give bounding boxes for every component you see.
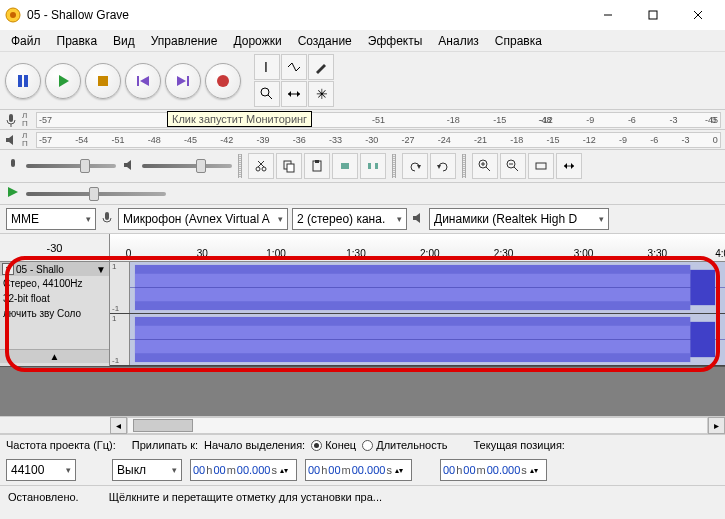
zoom-out-button[interactable] [500,153,526,179]
status-bar: Остановлено. Щёлкните и перетащите отмет… [0,485,725,507]
selection-end-time[interactable]: 00h00m00.000s▴▾ [305,459,412,481]
copy-button[interactable] [276,153,302,179]
svg-marker-11 [140,76,149,86]
selection-length-radio[interactable]: Длительность [362,439,447,451]
svg-marker-26 [124,160,131,170]
svg-rect-7 [24,75,28,87]
close-button[interactable] [675,0,720,30]
timeshift-tool[interactable] [281,81,307,107]
draw-tool[interactable] [308,54,334,80]
playback-meter-scale[interactable]: -57-54-51-48-45-42-39-36-33-30-27-24-21-… [36,132,721,148]
menu-file[interactable]: Файл [5,32,47,50]
svg-rect-63 [690,322,715,357]
speaker-icon [122,158,136,175]
skip-end-button[interactable] [165,63,201,99]
playback-volume-slider[interactable] [142,164,232,168]
multi-tool[interactable]: ✳ [308,81,334,107]
menu-view[interactable]: Вид [107,32,141,50]
svg-text:I: I [264,60,268,74]
horizontal-scrollbar[interactable]: ◂ ▸ [0,416,725,434]
fit-selection-button[interactable] [528,153,554,179]
svg-marker-24 [6,135,13,145]
svg-point-14 [217,75,229,87]
svg-line-17 [268,95,272,99]
audio-position-time[interactable]: 00h00m00.000s▴▾ [440,459,547,481]
svg-text:✳: ✳ [316,87,328,101]
zoom-in-button[interactable] [472,153,498,179]
menu-edit[interactable]: Правка [51,32,104,50]
play-at-speed-button[interactable] [6,185,20,202]
svg-point-27 [256,167,260,171]
selection-tool[interactable]: I [254,54,280,80]
menu-tracks[interactable]: Дорожки [228,32,288,50]
audio-position-label: Текущая позиция: [473,439,564,451]
scroll-right-button[interactable]: ▸ [708,417,725,434]
track-close-button[interactable]: × [2,263,14,275]
svg-rect-9 [98,76,108,86]
skip-start-button[interactable] [125,63,161,99]
track-collapse-button[interactable]: ▲ [0,349,109,363]
timeline-mark: 2:00 [420,248,439,259]
menu-generate[interactable]: Создание [292,32,358,50]
audio-host-combo[interactable]: MME▾ [6,208,96,230]
track-menu-button[interactable]: ▼ [95,264,107,275]
svg-marker-39 [437,165,441,169]
undo-button[interactable] [402,153,428,179]
meter-tooltip: Клик запустит Мониторинг [167,111,312,127]
play-button[interactable] [45,63,81,99]
waveform-display[interactable]: 1-1 1-1 [110,262,725,366]
recording-volume-slider[interactable] [26,164,116,168]
snap-to-combo[interactable]: Выкл▾ [112,459,182,481]
meter-right-label: П [22,120,36,128]
project-rate-label: Частота проекта (Гц): [6,439,116,451]
recording-device-combo[interactable]: Микрофон (Avnex Virtual A▾ [118,208,288,230]
selection-end-radio[interactable]: Конец [311,439,356,451]
svg-rect-13 [187,76,189,86]
pause-button[interactable] [5,63,41,99]
svg-rect-58 [690,270,715,305]
maximize-button[interactable] [630,0,675,30]
mixer-edit-toolbar [0,150,725,183]
svg-point-16 [261,88,269,96]
scrollbar-thumb[interactable] [133,419,193,432]
svg-rect-10 [137,76,139,86]
minimize-button[interactable] [585,0,630,30]
speaker-icon [411,211,425,228]
svg-rect-3 [649,11,657,19]
menu-help[interactable]: Справка [489,32,548,50]
empty-track-space [0,366,725,416]
zoom-tool[interactable] [254,81,280,107]
scroll-left-button[interactable]: ◂ [110,417,127,434]
svg-rect-36 [368,163,371,169]
record-button[interactable] [205,63,241,99]
recording-meter-scale[interactable]: -57-54-51-48-45 Клик запустит Мониторинг… [36,112,721,128]
track-mute-solo[interactable]: лючить зву Соло [0,306,109,321]
mic-icon [6,158,20,175]
transport-toolbar: I ✳ [0,52,725,110]
project-rate-combo[interactable]: 44100▾ [6,459,76,481]
track-format-2: 32-bit float [0,291,109,306]
redo-button[interactable] [430,153,456,179]
menu-analyze[interactable]: Анализ [432,32,485,50]
playback-device-combo[interactable]: Динамики (Realtek High D▾ [429,208,609,230]
playback-speed-slider[interactable] [26,192,166,196]
timeline-mark: 1:30 [346,248,365,259]
menu-transport[interactable]: Управление [145,32,224,50]
menu-effects[interactable]: Эффекты [362,32,429,50]
svg-rect-25 [11,159,15,167]
timeline-mark: 3:00 [574,248,593,259]
cut-button[interactable] [248,153,274,179]
recording-channels-combo[interactable]: 2 (стерео) кана.▾ [292,208,407,230]
stop-button[interactable] [85,63,121,99]
silence-button[interactable] [360,153,386,179]
selection-start-time[interactable]: 00h00m00.000s▴▾ [190,459,297,481]
svg-rect-6 [18,75,22,87]
trim-button[interactable] [332,153,358,179]
timeline-ruler[interactable]: -30 0301:001:302:002:303:003:304:00 [0,234,725,262]
speaker-icon [4,133,22,147]
device-toolbar: MME▾ Микрофон (Avnex Virtual A▾ 2 (стере… [0,205,725,234]
paste-button[interactable] [304,153,330,179]
svg-marker-53 [413,213,420,223]
envelope-tool[interactable] [281,54,307,80]
fit-project-button[interactable] [556,153,582,179]
